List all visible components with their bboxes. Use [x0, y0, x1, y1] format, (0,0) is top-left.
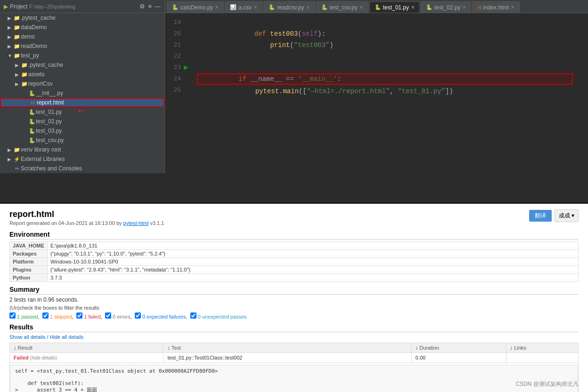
env-key: Plugins [10, 266, 48, 274]
errors-check[interactable] [105, 312, 111, 319]
close-tab-icon[interactable]: ✕ [462, 5, 466, 10]
result-cell: Failed (hide details) [10, 353, 163, 363]
arrow-icon: ▶ [8, 157, 13, 162]
env-value: Windows-10-10.0.19041-SP0 [48, 258, 579, 266]
table-row: Failed (hide details) test_01.py::Test01… [10, 353, 579, 363]
tree-label: readDemo [21, 43, 47, 49]
stat-errors-checkbox[interactable]: 0 errors [105, 314, 131, 320]
tree-label: .pytest_cache [21, 15, 56, 21]
tree-item-reportcsv[interactable]: ▶ 📁 reportCsv [0, 79, 164, 88]
stat-xfail-checkbox[interactable]: 0 expected failures [135, 314, 186, 320]
env-value: {"pluggy": "0.13.1", "py": "1.10.0", "py… [48, 250, 579, 258]
tab-label: test_02.py [434, 4, 460, 11]
csv-tab-icon: 📊 [230, 4, 237, 10]
tree-item-readdemo[interactable]: ▶ 📁 readDemo [0, 41, 164, 51]
hide-all-link[interactable]: Hide all details [50, 334, 84, 340]
report-title: report.html [9, 209, 579, 219]
close-tab-icon[interactable]: ✕ [511, 5, 514, 10]
format-button[interactable]: 成成 ▾ [555, 209, 579, 222]
failed-check[interactable] [76, 312, 82, 319]
env-row-javahome: JAVA_HOME E:\java\jdk1.8.0_131 [10, 242, 579, 250]
env-row-python: Python 3.7.3 [10, 274, 579, 282]
arrow-icon: ▶ [8, 34, 13, 40]
close-tab-icon[interactable]: ✕ [411, 5, 415, 10]
watermark: CSDN @测试架构师北凡 [515, 380, 579, 388]
code-block-line: > assert 3 == 4 + 圆圆 [15, 386, 573, 392]
tree-label: reportCsv [28, 80, 53, 87]
py-icon: 🐍 [28, 137, 36, 144]
tree-item-test02[interactable]: 🐍 test_02.py [0, 117, 164, 126]
tree-item-external-libraries[interactable]: ▶ ⚡ External Libraries [0, 154, 164, 164]
editor-area: 🐍 calcDemo.py ✕ 📊 a.csv ✕ 🐍 readcsv.py ✕… [165, 0, 588, 202]
close-tab-icon[interactable]: ✕ [306, 5, 310, 10]
passed-check[interactable] [9, 312, 16, 319]
show-all-link[interactable]: Show all details [9, 334, 45, 340]
stat-xpass-checkbox[interactable]: 0 unexpected passes [190, 314, 247, 320]
col-result: ↕ Result [10, 343, 163, 353]
tree-item-testpy[interactable]: ▼ 📁 test_py [0, 51, 164, 60]
tab-calcdemo[interactable]: 🐍 calcDemo.py ✕ [167, 1, 224, 13]
tree-label: External Libraries [21, 156, 65, 162]
tree-label: test_03.py [36, 128, 62, 134]
tree-label: dataDemo [21, 24, 47, 31]
tree-item-pytest-cache-inner[interactable]: ▶ 📁 .pytest_cache [0, 60, 164, 70]
tab-acsv[interactable]: 📊 a.csv ✕ [225, 1, 262, 13]
py-tab-icon: 🐍 [321, 4, 328, 10]
skipped-stat: 1 skipped [50, 314, 72, 320]
environment-section-title: Environment [9, 231, 579, 240]
code-block: self = <test_py.test_01.Test01Class obje… [10, 365, 578, 392]
tree-item-init-py[interactable]: 🐍 __init__.py [0, 88, 164, 98]
tree-item-venv[interactable]: ▶ 📁 venv library root [0, 145, 164, 154]
env-key: Packages [10, 250, 48, 258]
tree-item-scratches[interactable]: ✏ Scratches and Consoles [0, 164, 164, 173]
code-line-25 [199, 108, 582, 120]
py-icon: 🐍 [28, 128, 36, 134]
tree-item-datademo[interactable]: ▶ 📁 dataDemo [0, 23, 164, 32]
arrow-icon: ▶ [8, 25, 13, 30]
code-block-row: self = <test_py.test_01.Test01Class obje… [10, 363, 579, 392]
sidebar-header: ▶ Project F:\day--25\pytesting ⚙ ≡ — [0, 0, 164, 13]
close-icon[interactable]: — [155, 3, 161, 10]
folder-icon: 📁 [13, 43, 21, 49]
folder-icon: 📁 [13, 34, 21, 40]
close-tab-icon[interactable]: ✕ [253, 5, 257, 10]
tree-label: report.html [37, 99, 64, 106]
report-actions: 翻译 成成 ▾ [529, 209, 579, 222]
arrow-icon: ▶ [15, 72, 21, 77]
tree-item-assets[interactable]: ▶ 📁 assets [0, 70, 164, 79]
translate-button[interactable]: 翻译 [529, 210, 552, 222]
html-tab-icon: H [477, 5, 481, 10]
folder-icon: 📁 [13, 24, 21, 31]
close-tab-icon[interactable]: ✕ [215, 5, 219, 10]
stat-skipped-checkbox[interactable]: 1 skipped [42, 314, 72, 320]
skipped-check[interactable] [42, 312, 49, 319]
passed-stat: 1 passed [17, 314, 38, 320]
tab-test01[interactable]: 🐍 test_01.py ✕ [369, 1, 420, 13]
tree-item-testcsv[interactable]: 🐍 test_csv.py [0, 136, 164, 145]
close-tab-icon[interactable]: ✕ [359, 5, 363, 10]
tree-item-demo[interactable]: ▶ 📁 demo [0, 32, 164, 41]
tab-testcsv[interactable]: 🐍 test_csv.py ✕ [316, 1, 368, 13]
tree-item-pytest-cache-root[interactable]: ▶ 📁 .pytest_cache [0, 13, 164, 23]
code-content[interactable]: def test003(self): print(“test003”) if _… [193, 13, 588, 202]
xfail-check[interactable] [135, 312, 141, 319]
folder-icon: ▶ [4, 3, 8, 10]
result-detail[interactable]: (hide details) [30, 355, 57, 360]
arrow-icon: ▶ [15, 63, 21, 68]
tree-item-test03[interactable]: 🐍 test_03.py [0, 126, 164, 136]
tree-label: test_csv.py [36, 137, 64, 144]
xpass-check[interactable] [190, 312, 196, 319]
py-icon: 🐍 [28, 119, 36, 125]
xpass-stat: 0 unexpected passes [198, 314, 247, 320]
code-editor[interactable]: 19 20 21 22 23 24 25 ▶ def tes [165, 13, 588, 202]
tab-readcsv[interactable]: 🐍 readcsv.py ✕ [263, 1, 315, 13]
stat-passed-checkbox[interactable]: 1 passed [9, 314, 38, 320]
tab-test02[interactable]: 🐍 test_02.py ✕ [421, 1, 471, 13]
settings-icon[interactable]: ≡ [148, 3, 152, 10]
tab-indexhtml[interactable]: H index.html ✕ [472, 1, 520, 13]
pytest-html-link[interactable]: pytest-html [123, 220, 149, 226]
gear-icon[interactable]: ⚙ [139, 3, 145, 10]
folder-icon: 📁 [13, 147, 21, 153]
sidebar: ▶ Project F:\day--25\pytesting ⚙ ≡ — ▶ 📁 [0, 0, 165, 173]
stat-failed-checkbox[interactable]: 1 failed [76, 314, 101, 320]
